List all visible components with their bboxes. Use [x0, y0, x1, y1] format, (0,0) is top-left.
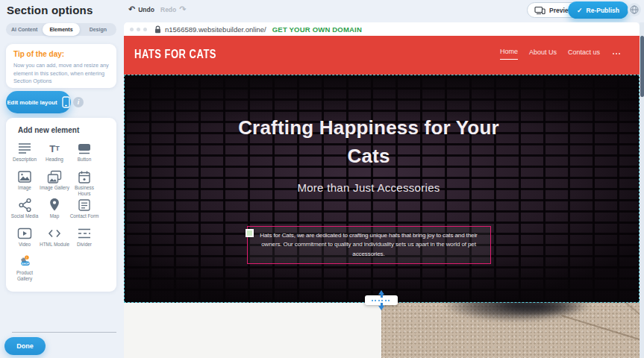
- element-grid: Description TT Heading Button: [10, 141, 99, 283]
- description-icon: [17, 141, 32, 156]
- nav-item-home[interactable]: Home: [500, 48, 518, 60]
- panel-divider: [12, 332, 116, 333]
- element-business-hours[interactable]: Business Hours: [69, 169, 99, 198]
- element-product-gallery[interactable]: SHOP ! Product Gallery: [10, 254, 40, 283]
- element-map[interactable]: Map: [40, 198, 69, 226]
- hero-body-text: Hats for Cats, we are dedicated to craft…: [260, 232, 477, 257]
- browser-dots-icon: [130, 28, 147, 31]
- phone-icon: [62, 96, 70, 108]
- social-media-icon: [17, 198, 32, 213]
- tip-of-the-day-card: Tip of the day: Now you can add, move an…: [6, 44, 116, 88]
- contact-form-icon: [77, 198, 92, 213]
- preview-scrollbar[interactable]: [640, 22, 644, 358]
- next-section[interactable]: [124, 303, 640, 358]
- undo-icon: ↶: [128, 5, 135, 13]
- page-title: Section options: [7, 4, 93, 16]
- tip-heading: Tip of the day:: [13, 50, 109, 58]
- site-url[interactable]: n1566589.websitebuilder.online/: [165, 25, 266, 34]
- element-image-gallery[interactable]: Image Gallery: [40, 169, 69, 198]
- redo-icon: ↷: [179, 5, 186, 13]
- divider-icon: [77, 226, 92, 241]
- globe-icon: [630, 5, 639, 14]
- get-domain-link[interactable]: GET YOUR OWN DOMAIN: [272, 25, 362, 34]
- element-video[interactable]: Video: [10, 226, 40, 254]
- hero-heading[interactable]: Crafting Happiness for Your Cats: [222, 75, 515, 170]
- nav-item-about[interactable]: About Us: [529, 48, 557, 60]
- info-icon[interactable]: i: [73, 97, 84, 107]
- image-gallery-icon: [47, 169, 62, 184]
- image-icon: [17, 169, 32, 184]
- button-icon: [77, 141, 92, 156]
- element-social-media[interactable]: Social Media: [10, 198, 40, 226]
- nav-item-contact[interactable]: Contact us: [568, 48, 600, 60]
- selection-handle[interactable]: [246, 229, 254, 237]
- site-preview: HATS FOR CATS Home About Us Contact us C…: [124, 36, 640, 358]
- panel-tab-bar: AI Content Elements Design: [6, 23, 116, 36]
- resize-grip-icon: [372, 300, 391, 301]
- devices-icon: [534, 6, 545, 15]
- cat-shadow-2: [493, 303, 583, 316]
- svg-text:!: !: [26, 256, 27, 260]
- scrollbar-thumb[interactable]: [640, 36, 644, 97]
- element-description[interactable]: Description: [10, 141, 40, 169]
- language-globe-button[interactable]: [628, 3, 641, 16]
- tab-ai-content[interactable]: AI Content: [6, 23, 43, 36]
- tip-body: Now you can add, move and resize any ele…: [13, 62, 109, 86]
- tab-design[interactable]: Design: [80, 23, 116, 36]
- element-contact-form[interactable]: Contact Form: [69, 198, 99, 226]
- video-icon: [17, 226, 32, 241]
- shop-badge: SHOP: [22, 263, 30, 266]
- resize-arrow-down-icon: [378, 306, 384, 310]
- heading-icon: TT: [47, 141, 62, 156]
- element-heading[interactable]: TT Heading: [40, 141, 69, 169]
- hero-text-element-selected[interactable]: Hats for Cats, we are dedicated to craft…: [247, 226, 491, 264]
- add-new-element-card: Add new element Description TT Heading: [6, 118, 116, 292]
- section-resize-handle[interactable]: [365, 295, 398, 305]
- redo-button[interactable]: Redo ↷: [160, 5, 186, 13]
- business-hours-icon: [77, 169, 92, 184]
- add-element-title: Add new element: [18, 126, 116, 134]
- html-module-icon: [47, 226, 62, 241]
- resize-arrow-up-icon: [378, 290, 384, 295]
- element-html-module[interactable]: HTML Module: [40, 226, 69, 254]
- done-button[interactable]: Done: [4, 337, 46, 355]
- undo-button[interactable]: ↶ Undo: [128, 5, 154, 13]
- republish-button[interactable]: ✓ Re-Publish: [568, 1, 628, 19]
- element-divider[interactable]: Divider: [69, 226, 99, 254]
- product-gallery-icon: SHOP !: [17, 254, 32, 269]
- lock-icon: [154, 25, 161, 34]
- tab-elements[interactable]: Elements: [43, 23, 79, 36]
- map-icon: [47, 198, 62, 213]
- app-window: Section options ↶ Undo Redo ↷ Preview ✓ …: [0, 0, 644, 358]
- element-button[interactable]: Button: [69, 141, 99, 169]
- site-nav: Home About Us Contact us: [500, 48, 622, 60]
- carpet-photo: [381, 303, 640, 358]
- check-icon: ✓: [577, 7, 583, 14]
- nav-more-icon[interactable]: [611, 50, 622, 57]
- site-logo[interactable]: HATS FOR CATS: [134, 48, 216, 61]
- site-header: HATS FOR CATS Home About Us Contact us: [124, 36, 640, 75]
- browser-address-bar: n1566589.websitebuilder.online/ GET YOUR…: [124, 22, 640, 36]
- carpet-crease-2: [610, 303, 640, 333]
- element-image[interactable]: Image: [10, 169, 40, 198]
- edit-mobile-layout-button[interactable]: Edit mobile layout: [6, 91, 71, 113]
- hero-section-selected[interactable]: Crafting Happiness for Your Cats More th…: [124, 75, 640, 303]
- hero-subheading[interactable]: More than Just Accessories: [125, 181, 613, 194]
- hero-content: Crafting Happiness for Your Cats More th…: [125, 75, 639, 302]
